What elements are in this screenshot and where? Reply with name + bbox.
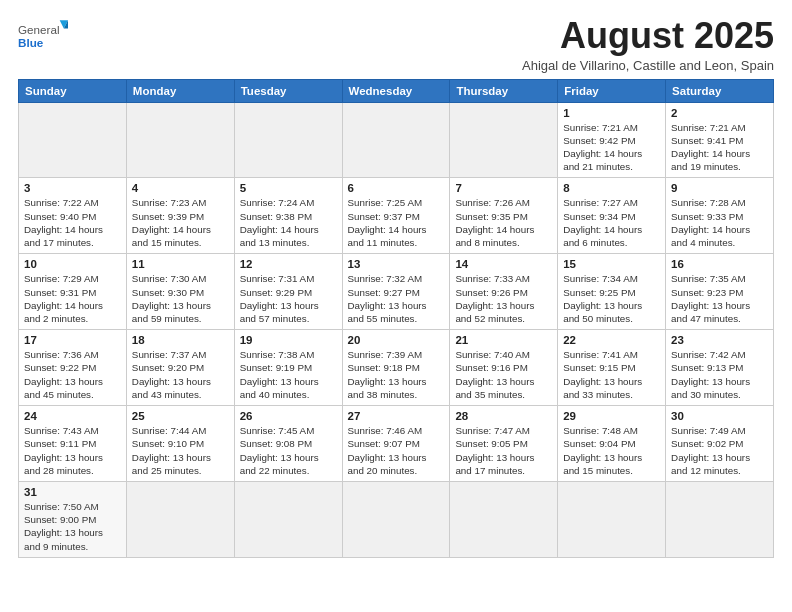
calendar-cell: 16Sunrise: 7:35 AMSunset: 9:23 PMDayligh… [666, 254, 774, 330]
day-number: 9 [671, 182, 768, 194]
calendar-cell: 1Sunrise: 7:21 AMSunset: 9:42 PMDaylight… [558, 102, 666, 178]
day-number: 7 [455, 182, 552, 194]
day-number: 27 [348, 410, 445, 422]
calendar-cell: 18Sunrise: 7:37 AMSunset: 9:20 PMDayligh… [126, 330, 234, 406]
weekday-header-thursday: Thursday [450, 79, 558, 102]
day-number: 14 [455, 258, 552, 270]
day-number: 19 [240, 334, 337, 346]
day-info: Sunrise: 7:35 AMSunset: 9:23 PMDaylight:… [671, 272, 768, 325]
day-info: Sunrise: 7:45 AMSunset: 9:08 PMDaylight:… [240, 424, 337, 477]
day-info: Sunrise: 7:36 AMSunset: 9:22 PMDaylight:… [24, 348, 121, 401]
weekday-header-wednesday: Wednesday [342, 79, 450, 102]
day-number: 29 [563, 410, 660, 422]
calendar-cell: 19Sunrise: 7:38 AMSunset: 9:19 PMDayligh… [234, 330, 342, 406]
day-info: Sunrise: 7:50 AMSunset: 9:00 PMDaylight:… [24, 500, 121, 553]
day-number: 22 [563, 334, 660, 346]
calendar-cell: 23Sunrise: 7:42 AMSunset: 9:13 PMDayligh… [666, 330, 774, 406]
day-info: Sunrise: 7:47 AMSunset: 9:05 PMDaylight:… [455, 424, 552, 477]
calendar-cell: 30Sunrise: 7:49 AMSunset: 9:02 PMDayligh… [666, 406, 774, 482]
calendar-cell: 10Sunrise: 7:29 AMSunset: 9:31 PMDayligh… [19, 254, 127, 330]
day-number: 28 [455, 410, 552, 422]
day-number: 25 [132, 410, 229, 422]
day-info: Sunrise: 7:29 AMSunset: 9:31 PMDaylight:… [24, 272, 121, 325]
day-number: 2 [671, 107, 768, 119]
day-number: 24 [24, 410, 121, 422]
svg-text:General: General [18, 23, 59, 36]
day-info: Sunrise: 7:32 AMSunset: 9:27 PMDaylight:… [348, 272, 445, 325]
day-number: 17 [24, 334, 121, 346]
day-info: Sunrise: 7:46 AMSunset: 9:07 PMDaylight:… [348, 424, 445, 477]
day-number: 23 [671, 334, 768, 346]
day-number: 12 [240, 258, 337, 270]
calendar-cell [234, 102, 342, 178]
weekday-header-monday: Monday [126, 79, 234, 102]
day-number: 6 [348, 182, 445, 194]
calendar-cell: 5Sunrise: 7:24 AMSunset: 9:38 PMDaylight… [234, 178, 342, 254]
calendar-cell: 17Sunrise: 7:36 AMSunset: 9:22 PMDayligh… [19, 330, 127, 406]
day-info: Sunrise: 7:33 AMSunset: 9:26 PMDaylight:… [455, 272, 552, 325]
day-number: 15 [563, 258, 660, 270]
day-number: 11 [132, 258, 229, 270]
calendar-week-row-1: 1Sunrise: 7:21 AMSunset: 9:42 PMDaylight… [19, 102, 774, 178]
weekday-header-sunday: Sunday [19, 79, 127, 102]
day-info: Sunrise: 7:49 AMSunset: 9:02 PMDaylight:… [671, 424, 768, 477]
day-number: 26 [240, 410, 337, 422]
calendar-cell [234, 481, 342, 557]
calendar-cell: 9Sunrise: 7:28 AMSunset: 9:33 PMDaylight… [666, 178, 774, 254]
calendar-cell [126, 481, 234, 557]
calendar-cell: 13Sunrise: 7:32 AMSunset: 9:27 PMDayligh… [342, 254, 450, 330]
calendar-cell [558, 481, 666, 557]
calendar-cell [19, 102, 127, 178]
calendar-week-row-4: 17Sunrise: 7:36 AMSunset: 9:22 PMDayligh… [19, 330, 774, 406]
calendar-cell: 15Sunrise: 7:34 AMSunset: 9:25 PMDayligh… [558, 254, 666, 330]
calendar-cell: 12Sunrise: 7:31 AMSunset: 9:29 PMDayligh… [234, 254, 342, 330]
calendar-cell: 26Sunrise: 7:45 AMSunset: 9:08 PMDayligh… [234, 406, 342, 482]
calendar-cell: 11Sunrise: 7:30 AMSunset: 9:30 PMDayligh… [126, 254, 234, 330]
day-info: Sunrise: 7:38 AMSunset: 9:19 PMDaylight:… [240, 348, 337, 401]
day-number: 4 [132, 182, 229, 194]
day-info: Sunrise: 7:37 AMSunset: 9:20 PMDaylight:… [132, 348, 229, 401]
calendar-cell [450, 481, 558, 557]
calendar-cell [342, 102, 450, 178]
day-number: 30 [671, 410, 768, 422]
calendar-cell: 6Sunrise: 7:25 AMSunset: 9:37 PMDaylight… [342, 178, 450, 254]
day-info: Sunrise: 7:26 AMSunset: 9:35 PMDaylight:… [455, 196, 552, 249]
calendar-week-row-6: 31Sunrise: 7:50 AMSunset: 9:00 PMDayligh… [19, 481, 774, 557]
day-info: Sunrise: 7:21 AMSunset: 9:42 PMDaylight:… [563, 121, 660, 174]
day-number: 1 [563, 107, 660, 119]
calendar-cell: 14Sunrise: 7:33 AMSunset: 9:26 PMDayligh… [450, 254, 558, 330]
day-info: Sunrise: 7:40 AMSunset: 9:16 PMDaylight:… [455, 348, 552, 401]
day-info: Sunrise: 7:22 AMSunset: 9:40 PMDaylight:… [24, 196, 121, 249]
day-info: Sunrise: 7:41 AMSunset: 9:15 PMDaylight:… [563, 348, 660, 401]
day-number: 31 [24, 486, 121, 498]
calendar-cell: 28Sunrise: 7:47 AMSunset: 9:05 PMDayligh… [450, 406, 558, 482]
calendar-cell [666, 481, 774, 557]
month-title: August 2025 [522, 16, 774, 56]
day-number: 3 [24, 182, 121, 194]
calendar-cell: 24Sunrise: 7:43 AMSunset: 9:11 PMDayligh… [19, 406, 127, 482]
weekday-header-saturday: Saturday [666, 79, 774, 102]
day-number: 8 [563, 182, 660, 194]
day-info: Sunrise: 7:30 AMSunset: 9:30 PMDaylight:… [132, 272, 229, 325]
day-number: 18 [132, 334, 229, 346]
day-number: 10 [24, 258, 121, 270]
calendar-week-row-3: 10Sunrise: 7:29 AMSunset: 9:31 PMDayligh… [19, 254, 774, 330]
calendar-cell: 8Sunrise: 7:27 AMSunset: 9:34 PMDaylight… [558, 178, 666, 254]
logo: General Blue [18, 16, 68, 56]
header-area: General Blue August 2025 Ahigal de Villa… [18, 16, 774, 73]
day-info: Sunrise: 7:39 AMSunset: 9:18 PMDaylight:… [348, 348, 445, 401]
calendar-page: General Blue August 2025 Ahigal de Villa… [0, 0, 792, 612]
day-number: 20 [348, 334, 445, 346]
calendar-cell: 2Sunrise: 7:21 AMSunset: 9:41 PMDaylight… [666, 102, 774, 178]
day-number: 5 [240, 182, 337, 194]
day-info: Sunrise: 7:43 AMSunset: 9:11 PMDaylight:… [24, 424, 121, 477]
calendar-cell: 3Sunrise: 7:22 AMSunset: 9:40 PMDaylight… [19, 178, 127, 254]
calendar-cell [342, 481, 450, 557]
day-info: Sunrise: 7:31 AMSunset: 9:29 PMDaylight:… [240, 272, 337, 325]
day-info: Sunrise: 7:23 AMSunset: 9:39 PMDaylight:… [132, 196, 229, 249]
calendar-table: SundayMondayTuesdayWednesdayThursdayFrid… [18, 79, 774, 558]
calendar-cell: 27Sunrise: 7:46 AMSunset: 9:07 PMDayligh… [342, 406, 450, 482]
calendar-cell: 25Sunrise: 7:44 AMSunset: 9:10 PMDayligh… [126, 406, 234, 482]
day-info: Sunrise: 7:28 AMSunset: 9:33 PMDaylight:… [671, 196, 768, 249]
calendar-week-row-2: 3Sunrise: 7:22 AMSunset: 9:40 PMDaylight… [19, 178, 774, 254]
